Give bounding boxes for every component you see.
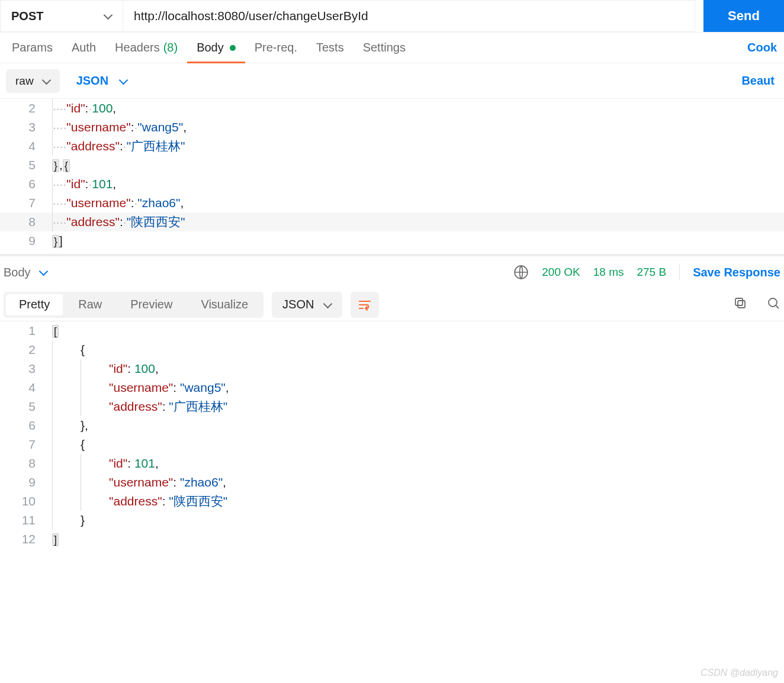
response-meta-bar: Body 200 OK 18 ms 275 B Save Response — [0, 255, 784, 288]
save-response-link[interactable]: Save Response — [693, 266, 780, 279]
chevron-down-icon — [104, 12, 112, 20]
status-code: 200 OK — [542, 266, 580, 279]
editor-line: 5},{ — [0, 156, 784, 175]
editor-line: 12] — [0, 530, 784, 549]
beautify-link[interactable]: Beaut — [738, 74, 778, 88]
request-row: POST Send — [0, 0, 784, 33]
chevron-down-icon — [42, 77, 50, 85]
modified-dot-icon — [230, 45, 236, 51]
editor-line: 2····"id":·100, — [0, 99, 784, 118]
tab-auth[interactable]: Auth — [62, 33, 105, 63]
headers-count: (8) — [163, 41, 178, 54]
pill-preview[interactable]: Preview — [117, 294, 185, 315]
chevron-down-icon — [39, 268, 47, 276]
editor-line: 10"address": "陕西西安" — [0, 492, 784, 511]
send-button[interactable]: Send — [703, 0, 784, 32]
editor-line: 11} — [0, 511, 784, 530]
divider — [679, 264, 680, 281]
response-tabs: Pretty Raw Preview Visualize JSON — [0, 288, 784, 321]
response-view-group: Pretty Raw Preview Visualize — [4, 292, 264, 318]
body-toolbar: raw JSON Beaut — [0, 63, 784, 99]
editor-line: 9}] — [0, 231, 784, 250]
method-label: POST — [11, 9, 43, 23]
tab-params[interactable]: Params — [2, 33, 62, 63]
chevron-down-icon — [323, 301, 332, 309]
chevron-down-icon — [119, 77, 127, 85]
tab-body[interactable]: Body — [187, 33, 245, 63]
status-size: 275 B — [637, 266, 666, 279]
editor-line: 4"username": "wang5", — [0, 378, 784, 397]
search-icon[interactable] — [766, 296, 780, 313]
editor-line: 6}, — [0, 416, 784, 435]
request-body-editor[interactable]: 2····"id":·100,3····"username":·"wang5",… — [0, 99, 784, 255]
response-section-label: Body — [4, 266, 31, 279]
editor-line: 8"id": 101, — [0, 454, 784, 473]
editor-line: 3····"username":·"wang5", — [0, 118, 784, 137]
tab-tests[interactable]: Tests — [307, 33, 354, 63]
editor-line: 2{ — [0, 340, 784, 359]
body-type-select[interactable]: raw — [6, 69, 60, 93]
copy-icon[interactable] — [733, 296, 747, 313]
svg-rect-1 — [738, 301, 745, 308]
editor-line: 7····"username":·"zhao6", — [0, 194, 784, 212]
editor-line: 5"address": "广西桂林" — [0, 397, 784, 416]
tab-settings[interactable]: Settings — [354, 33, 415, 63]
tab-prereq[interactable]: Pre-req. — [245, 33, 307, 63]
pill-visualize[interactable]: Visualize — [188, 294, 261, 315]
tab-body-label: Body — [197, 41, 224, 54]
editor-line: 9"username": "zhao6", — [0, 473, 784, 492]
url-input[interactable] — [123, 0, 695, 32]
editor-line: 1[ — [0, 321, 784, 340]
response-section-select[interactable]: Body — [4, 266, 47, 279]
tab-headers-label: Headers — [115, 41, 160, 54]
editor-line: 8····"address":·"陕西西安" — [0, 212, 784, 231]
pill-raw[interactable]: Raw — [65, 294, 115, 315]
body-type-label: raw — [15, 75, 34, 88]
editor-line: 6····"id":·101, — [0, 175, 784, 194]
cookies-link[interactable]: Cook — [743, 41, 782, 54]
wrap-lines-button[interactable] — [351, 292, 379, 318]
body-format-label: JSON — [76, 74, 108, 88]
method-select[interactable]: POST — [0, 0, 123, 32]
request-tabs: Params Auth Headers (8) Body Pre-req. Te… — [0, 33, 784, 63]
body-format-select[interactable]: JSON — [70, 74, 133, 88]
editor-line: 4····"address":·"广西桂林" — [0, 137, 784, 156]
svg-point-3 — [769, 298, 777, 307]
status-time: 18 ms — [593, 266, 624, 279]
editor-line: 3"id": 100, — [0, 359, 784, 378]
tab-headers[interactable]: Headers (8) — [105, 33, 187, 63]
response-format-label: JSON — [282, 298, 314, 311]
response-body-viewer[interactable]: 1[2{3"id": 100,4"username": "wang5",5"ad… — [0, 321, 784, 549]
pill-pretty[interactable]: Pretty — [6, 294, 63, 315]
svg-rect-2 — [735, 298, 743, 305]
response-format-select[interactable]: JSON — [272, 292, 342, 318]
globe-icon[interactable] — [513, 265, 529, 280]
editor-line: 7{ — [0, 435, 784, 454]
